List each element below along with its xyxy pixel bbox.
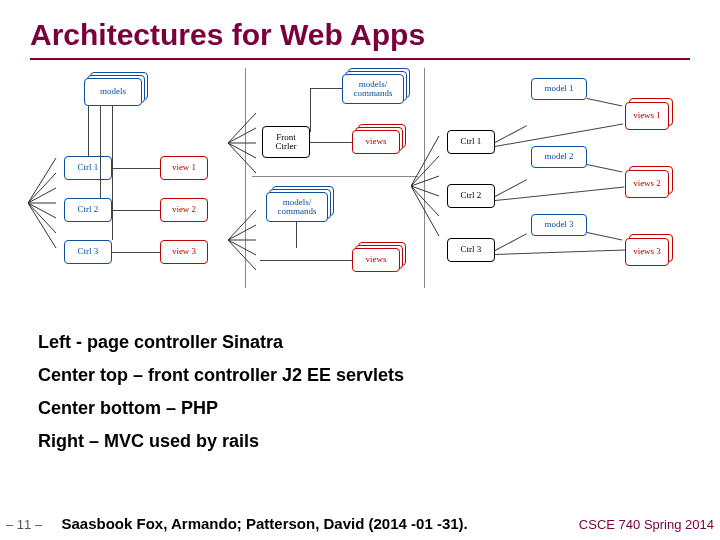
views-stack-top: views	[352, 130, 400, 154]
citation: Saasbook Fox, Armando; Patterson, David …	[62, 515, 468, 532]
svg-line-4	[28, 203, 56, 218]
svg-line-0	[28, 158, 56, 203]
left-panel: models Ctrl 1 Ctrl 2 Ctrl 3 view 1 view …	[50, 68, 245, 288]
ctrl3-box-r: Ctrl 3	[447, 238, 495, 262]
models-stack: models	[84, 78, 142, 106]
view3-box: view 3	[160, 240, 208, 264]
ctrl2-box-r: Ctrl 2	[447, 184, 495, 208]
views-stack-bot: views	[352, 248, 400, 272]
slide-title: Architectures for Web Apps	[0, 0, 720, 56]
svg-line-6	[28, 203, 56, 248]
front-controller-box: Front Ctrler	[262, 126, 310, 158]
views3-stack: views 3	[625, 238, 669, 266]
model2-box: model 2	[531, 146, 587, 168]
center-panel: Front Ctrler models/ commands views	[245, 68, 425, 288]
mc-bot-box: models/ commands	[266, 192, 328, 222]
bullet-center-top: Center top – front controller J2 EE serv…	[38, 365, 404, 386]
mc-top-box: models/ commands	[342, 74, 404, 104]
views1-box: views 1	[625, 102, 669, 130]
ctrl2-box: Ctrl 2	[64, 198, 112, 222]
bullet-center-bot: Center bottom – PHP	[38, 398, 404, 419]
views2-stack: views 2	[625, 170, 669, 198]
views3-box: views 3	[625, 238, 669, 266]
model1-box: model 1	[531, 78, 587, 100]
view2-box: view 2	[160, 198, 208, 222]
fan-arrows-icon	[28, 148, 58, 258]
svg-line-1	[28, 173, 56, 203]
view1-box: view 1	[160, 156, 208, 180]
models-commands-stack-top: models/ commands	[342, 74, 404, 104]
page-number: – 11 –	[6, 517, 42, 532]
ctrl3-box: Ctrl 3	[64, 240, 112, 264]
architecture-diagram: models Ctrl 1 Ctrl 2 Ctrl 3 view 1 view …	[50, 68, 690, 288]
views-top-box: views	[352, 130, 400, 154]
slide-footer: – 11 – Saasbook Fox, Armando; Patterson,…	[6, 515, 714, 532]
models-box: models	[84, 78, 142, 106]
views-bot-box: views	[352, 248, 400, 272]
title-rule	[30, 58, 690, 60]
caption-list: Left - page controller Sinatra Center to…	[38, 332, 404, 464]
svg-line-5	[28, 203, 56, 233]
ctrl1-box-r: Ctrl 1	[447, 130, 495, 154]
models-commands-stack-bot: models/ commands	[266, 192, 328, 222]
views2-box: views 2	[625, 170, 669, 198]
course-label: CSCE 740 Spring 2014	[579, 517, 714, 532]
bullet-right: Right – MVC used by rails	[38, 431, 404, 452]
right-panel: Ctrl 1 Ctrl 2 Ctrl 3 model 1 model 2 mod…	[425, 68, 685, 288]
views1-stack: views 1	[625, 102, 669, 130]
model3-box: model 3	[531, 214, 587, 236]
svg-line-2	[28, 188, 56, 203]
bullet-left: Left - page controller Sinatra	[38, 332, 404, 353]
ctrl1-box: Ctrl 1	[64, 156, 112, 180]
